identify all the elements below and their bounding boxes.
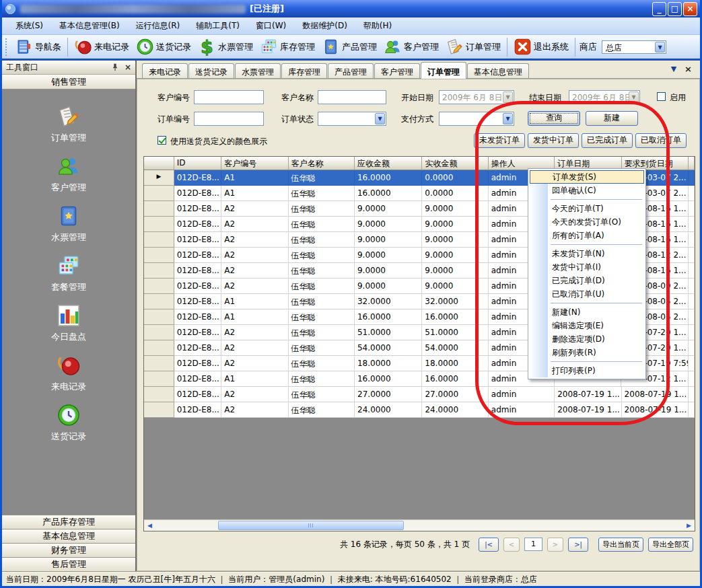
status-filter-button[interactable]: 已取消订单 — [635, 133, 687, 148]
sidebar-section[interactable]: 售后管理 — [2, 557, 135, 571]
context-menu-item[interactable]: 订单发货(S) — [530, 170, 644, 184]
tab-4[interactable]: 产品管理 — [328, 63, 374, 78]
start-date-picker[interactable]: 2009年 6月 8日 ▼ — [439, 90, 514, 104]
chevron-down-icon[interactable]: ▼ — [375, 113, 385, 124]
menu-item[interactable]: 帮助(H) — [355, 17, 400, 34]
toolbar-button[interactable]: 导航条 — [11, 36, 65, 57]
sidebar-item[interactable]: 今日盘点 — [51, 303, 86, 343]
close-button[interactable]: × — [683, 2, 697, 16]
tab-2[interactable]: 水票管理 — [235, 63, 281, 78]
sidebar-section[interactable]: 基本信息管理 — [2, 529, 135, 543]
chevron-down-icon[interactable]: ▼ — [629, 91, 639, 103]
context-menu-item[interactable]: 今天的发货订单(O) — [530, 215, 644, 229]
toolbar-button[interactable]: 退出系统 — [510, 36, 572, 57]
status-filter-button[interactable]: 已完成订单 — [582, 133, 633, 148]
tab-1[interactable]: 送货记录 — [188, 63, 234, 78]
pin-icon[interactable] — [111, 63, 119, 71]
customer-no-input[interactable] — [194, 90, 264, 104]
table-cell: 32.0000 — [355, 294, 422, 309]
sidebar-item[interactable]: 客户管理 — [51, 154, 86, 194]
export-all-pages-button[interactable]: 导出全部页 — [648, 538, 693, 552]
query-button[interactable]: 查询 — [528, 111, 580, 126]
sidebar-section[interactable]: 产品库存管理 — [2, 515, 135, 529]
courier-color-checkbox[interactable] — [157, 136, 166, 145]
next-page-button[interactable]: > — [547, 538, 563, 552]
close-icon[interactable]: × — [125, 63, 131, 72]
chevron-down-icon[interactable]: ▼ — [655, 42, 665, 52]
menu-item[interactable]: 运行信息(R) — [128, 17, 188, 34]
context-menu-item[interactable]: 未发货订单(N) — [530, 247, 644, 260]
shop-select[interactable]: 总店 ▼ — [602, 40, 666, 54]
context-menu-item[interactable]: 打印列表(P) — [530, 364, 644, 377]
sidebar-item[interactable]: 送货记录 — [51, 403, 86, 443]
tab-5[interactable]: 客户管理 — [374, 63, 420, 78]
scroll-left-icon[interactable]: ◀ — [144, 520, 155, 531]
last-page-button[interactable]: >| — [568, 538, 588, 552]
context-menu-item[interactable]: 已完成订单(D) — [530, 274, 644, 287]
menu-item[interactable]: 数据维护(D) — [294, 17, 355, 34]
context-menu-item[interactable]: 新建(N) — [530, 305, 644, 319]
status-filter-button[interactable]: 未发货订单 — [474, 133, 525, 148]
chevron-down-icon[interactable]: ▼ — [503, 113, 513, 124]
table-cell: 51.0000 — [355, 325, 422, 340]
scrollbar-thumb[interactable] — [218, 521, 404, 530]
sidebar-item[interactable]: 水票管理 — [51, 204, 86, 244]
order-no-input[interactable] — [194, 112, 264, 126]
menu-item[interactable]: 系统(S) — [7, 17, 51, 34]
column-header[interactable]: 客户编号 — [221, 157, 288, 170]
column-header[interactable]: 应收金额 — [355, 157, 422, 170]
toolbar-button[interactable]: 送货记录 — [133, 36, 195, 57]
page-number-input[interactable]: 1 — [524, 538, 542, 551]
status-filter-button[interactable]: 发货中订单 — [528, 133, 579, 148]
horizontal-scrollbar[interactable]: ◀ ▶ — [144, 519, 695, 531]
toolbar-button[interactable]: $水票管理 — [195, 36, 256, 57]
table-row[interactable]: 012D-E8...A2伍华聪27.000027.0000admin2008-0… — [144, 387, 695, 402]
sidebar-item[interactable]: 套餐管理 — [51, 254, 86, 293]
new-button[interactable]: 新建 — [586, 111, 638, 126]
column-header[interactable]: 客户名称 — [289, 157, 355, 170]
tab-scroll-down-icon[interactable]: ▼ — [671, 65, 676, 73]
context-menu-item[interactable]: 所有的订单(A) — [530, 229, 644, 242]
menu-item[interactable]: 基本信息管理(B) — [51, 17, 128, 34]
context-menu-item[interactable]: 发货中订单(I) — [530, 260, 644, 274]
toolbar-button[interactable]: 客户管理 — [380, 36, 442, 57]
grid-corner-cell — [144, 157, 174, 170]
menu-item[interactable]: 辅助工具(T) — [188, 17, 248, 34]
context-menu-item[interactable]: 回单确认(C) — [530, 184, 644, 197]
sidebar-item[interactable]: 来电记录 — [51, 353, 86, 393]
toolbar-grip[interactable] — [5, 38, 9, 56]
chevron-down-icon[interactable]: ▼ — [503, 91, 513, 103]
tab-7[interactable]: 基本信息管理 — [467, 63, 529, 78]
sidebar-section-sales[interactable]: 销售管理 — [2, 75, 135, 89]
enable-checkbox[interactable] — [657, 92, 666, 101]
context-menu-item[interactable]: 已取消订单(U) — [530, 287, 644, 301]
minimize-button[interactable]: _ — [652, 2, 666, 16]
context-menu-item[interactable]: 刷新列表(R) — [530, 346, 644, 359]
sidebar-section[interactable]: 财务管理 — [2, 543, 135, 557]
tab-6[interactable]: 订单管理 — [421, 62, 466, 79]
column-header[interactable]: ID — [174, 157, 222, 170]
end-date-picker[interactable]: 2009年 6月 8日 ▼ — [569, 90, 640, 104]
tab-close-icon[interactable]: × — [685, 64, 692, 74]
toolbar-button[interactable]: 订单管理 — [442, 36, 504, 57]
context-menu-item[interactable]: 今天的订单(T) — [530, 202, 644, 215]
context-menu-item[interactable]: 删除选定项(D) — [530, 332, 644, 346]
export-current-page-button[interactable]: 导出当前页 — [598, 538, 643, 552]
toolbar-button[interactable]: 库存管理 — [256, 36, 318, 57]
table-row[interactable]: 012D-E8...A2伍华聪24.000024.0000admin2008-0… — [144, 402, 695, 418]
tab-0[interactable]: 来电记录 — [142, 63, 188, 78]
first-page-button[interactable]: |< — [479, 538, 499, 552]
context-menu-item[interactable]: 编辑选定项(E) — [530, 319, 644, 332]
payment-select[interactable]: ▼ — [439, 112, 514, 126]
toolbar-button[interactable]: 来电记录 — [71, 36, 133, 57]
sidebar-item[interactable]: 订单管理 — [51, 104, 86, 144]
maximize-button[interactable]: □ — [668, 2, 682, 16]
tab-3[interactable]: 库存管理 — [281, 63, 327, 78]
order-status-select[interactable]: ▼ — [318, 112, 386, 126]
scroll-right-icon[interactable]: ▶ — [683, 520, 695, 531]
prev-page-button[interactable]: < — [503, 538, 520, 552]
menu-item[interactable]: 窗口(W) — [248, 17, 294, 34]
toolbar-button[interactable]: 产品管理 — [318, 36, 380, 57]
column-header[interactable]: 实收金额 — [422, 157, 488, 170]
customer-name-input[interactable] — [318, 90, 386, 104]
